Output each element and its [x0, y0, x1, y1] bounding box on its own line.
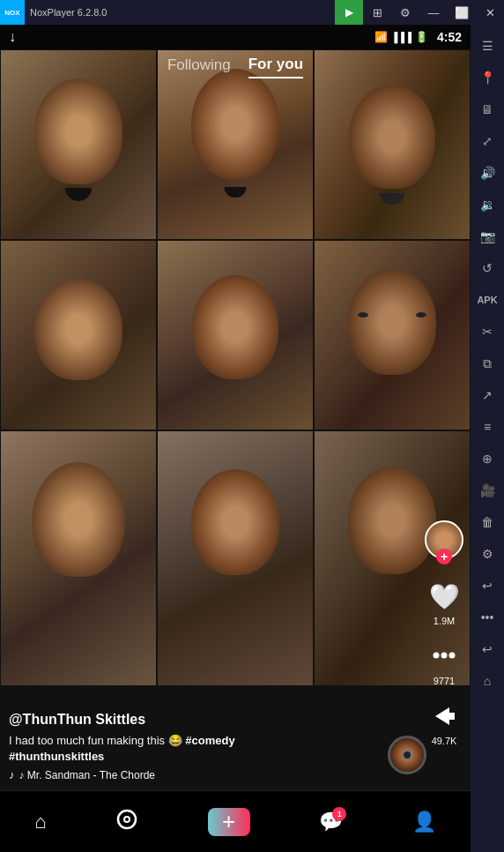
- battery-icon: 🔋: [415, 31, 428, 43]
- create-icon: +: [208, 808, 250, 836]
- titlebar-minimize-btn[interactable]: —: [419, 0, 448, 25]
- sidebar-icon-resize[interactable]: ⤢: [473, 127, 501, 155]
- avatar-container[interactable]: +: [425, 520, 463, 559]
- video-cell-3[interactable]: [0, 240, 157, 430]
- nav-discover[interactable]: [115, 808, 138, 835]
- nav-home[interactable]: ⌂: [34, 811, 46, 833]
- music-title: ♪ Mr. Sandman - The Chorde: [19, 769, 156, 781]
- sidebar-icon-cut[interactable]: ✂: [473, 318, 501, 346]
- action-bar: + 🤍 1.9M 9771: [425, 520, 463, 746]
- titlebar-play-btn[interactable]: ▶: [335, 0, 363, 25]
- status-bar: ↓ 📶 ▐▐▐ 🔋 4:52: [0, 25, 471, 49]
- tab-for-you[interactable]: For you: [248, 56, 303, 78]
- sidebar-icon-expand[interactable]: ↗: [473, 381, 501, 409]
- tab-following[interactable]: Following: [167, 56, 231, 78]
- hashtag-comedy[interactable]: #comedy: [185, 734, 234, 747]
- sidebar-icon-video[interactable]: 🎥: [473, 476, 501, 504]
- title-bar: NOX NoxPlayer 6.2.8.0 ▶ ⊞ ⚙ — ⬜ ✕: [0, 0, 504, 25]
- video-cell-6[interactable]: [0, 430, 157, 686]
- mouth-shape: [380, 193, 404, 205]
- like-count: 1.9M: [434, 616, 455, 626]
- sidebar-icon-screen[interactable]: 🖥: [473, 95, 501, 123]
- music-disc: [388, 736, 426, 774]
- sidebar-icon-camera[interactable]: 📷: [473, 222, 501, 250]
- video-music[interactable]: ♪ ♪ Mr. Sandman - The Chorde: [9, 768, 308, 781]
- video-cell-5[interactable]: [314, 240, 471, 430]
- svg-point-1: [441, 653, 448, 659]
- video-grid: [0, 49, 471, 623]
- video-cell-4[interactable]: [157, 240, 314, 430]
- heart-icon: 🤍: [426, 579, 462, 614]
- nav-profile[interactable]: 👤: [412, 811, 436, 833]
- status-icons: 📶 ▐▐▐ 🔋 4:52: [374, 30, 462, 44]
- music-disc-center: [402, 750, 412, 760]
- phone-screen: ↓ 📶 ▐▐▐ 🔋 4:52 Following For you + 🤍 1.9…: [0, 25, 471, 852]
- signal-icon: ▐▐▐: [391, 32, 411, 42]
- sidebar-icon-back[interactable]: ↩: [473, 572, 501, 600]
- sidebar-icon-location[interactable]: 📍: [473, 64, 501, 92]
- hashtag-thunthunskittles[interactable]: #thunthunskittles: [9, 750, 104, 763]
- svg-point-3: [118, 811, 136, 828]
- nav-create[interactable]: +: [208, 808, 250, 836]
- wifi-icon: 📶: [374, 31, 388, 43]
- video-row-3: [0, 430, 471, 686]
- title-bar-title: NoxPlayer 6.2.8.0: [25, 7, 335, 18]
- comment-icon: [426, 639, 462, 674]
- inbox-badge: 1: [332, 807, 346, 821]
- sidebar-icon-delete[interactable]: 🗑: [473, 508, 501, 536]
- discover-icon: [115, 808, 138, 835]
- download-icon: ↓: [0, 29, 16, 45]
- sidebar-icon-list[interactable]: ≡: [473, 413, 501, 441]
- titlebar-maximize-btn[interactable]: ⬜: [448, 0, 476, 25]
- sidebar-icon-import[interactable]: APK: [473, 286, 501, 314]
- bottom-nav: ⌂ + 💬 1 👤: [0, 790, 471, 852]
- sidebar-icon-copy[interactable]: ⧉: [473, 349, 501, 377]
- share-icon: [426, 699, 462, 734]
- comment-button[interactable]: 9771: [426, 639, 462, 686]
- sidebar-icon-settings[interactable]: ⚙: [473, 540, 501, 568]
- follow-plus-icon: +: [436, 549, 452, 564]
- sidebar-icon-undo[interactable]: ↩: [473, 635, 501, 663]
- sidebar-icon-home[interactable]: ⌂: [473, 667, 501, 695]
- video-row-2: [0, 240, 471, 430]
- status-time: 4:52: [437, 30, 462, 44]
- sidebar-icon-volume-up[interactable]: 🔊: [473, 159, 501, 187]
- video-info: @ThunThun Skittles I had too much fun ma…: [9, 712, 308, 781]
- titlebar-home-btn[interactable]: ⊞: [363, 0, 391, 25]
- svg-point-2: [449, 653, 456, 659]
- music-note-icon: ♪: [9, 768, 15, 781]
- caption-text: I had too much fun making this 😂: [9, 734, 185, 747]
- sidebar-icon-rotate[interactable]: ↺: [473, 254, 501, 282]
- titlebar-settings-btn[interactable]: ⚙: [391, 0, 419, 25]
- sidebar-icon-menu[interactable]: ☰: [473, 32, 501, 60]
- nox-logo: NOX: [0, 0, 25, 25]
- comment-count: 9771: [434, 676, 455, 686]
- like-button[interactable]: 🤍 1.9M: [426, 579, 462, 626]
- video-cell-7[interactable]: [157, 430, 314, 686]
- sidebar-icon-plus[interactable]: ⊕: [473, 445, 501, 473]
- mouth-shape: [225, 187, 247, 198]
- share-button[interactable]: 49.7K: [426, 699, 462, 746]
- video-username[interactable]: @ThunThun Skittles: [9, 712, 308, 728]
- home-icon: ⌂: [34, 811, 46, 833]
- nav-inbox[interactable]: 💬 1: [319, 811, 343, 833]
- svg-point-4: [124, 817, 130, 822]
- nox-sidebar: ☰ 📍 🖥 ⤢ 🔊 🔉 📷 ↺ APK ✂ ⧉ ↗ ≡ ⊕ 🎥 🗑 ⚙ ↩ ••…: [471, 25, 504, 852]
- sidebar-icon-more[interactable]: •••: [473, 603, 501, 632]
- share-count: 49.7K: [432, 736, 457, 746]
- profile-icon: 👤: [412, 811, 436, 833]
- sidebar-icon-volume-down[interactable]: 🔉: [473, 191, 501, 219]
- titlebar-close-btn[interactable]: ✕: [476, 0, 504, 25]
- nav-tabs: Following For you: [0, 49, 471, 85]
- mouth-shape: [65, 188, 92, 201]
- video-caption: I had too much fun making this 😂 #comedy…: [9, 733, 308, 765]
- svg-point-0: [434, 653, 440, 659]
